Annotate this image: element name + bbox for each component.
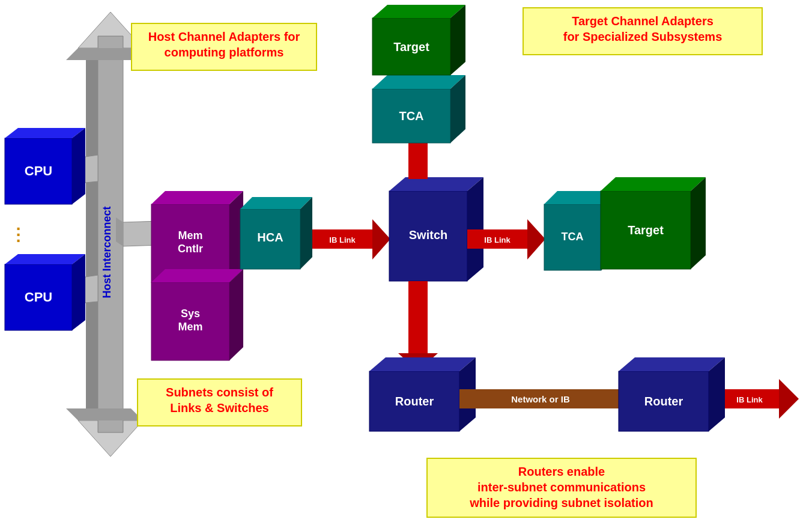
router2-block: Router — [619, 357, 725, 431]
target-top-block: Target — [372, 5, 465, 75]
switch-label: Switch — [409, 228, 447, 241]
tca-top-label: TCA — [399, 109, 423, 123]
diagram-canvas: Host Interconnect ⋮ CPU CPU — [0, 0, 812, 525]
router-annotation-text: Routers enableinter-subnet communication… — [435, 464, 688, 511]
hca-label: HCA — [257, 231, 283, 244]
network-or-ib-link: Network or IB — [459, 389, 622, 408]
mem-cntlr-label2: Cntlr — [178, 243, 203, 255]
switch-block: Switch — [389, 177, 483, 281]
svg-marker-30 — [389, 177, 483, 191]
cpu2-block: CPU — [5, 254, 85, 330]
cpu2-label: CPU — [25, 290, 52, 305]
svg-marker-41 — [527, 219, 545, 259]
svg-marker-47 — [691, 177, 706, 269]
svg-rect-48 — [408, 281, 428, 353]
ib-link-right-label: IB Link — [484, 235, 511, 244]
sys-mem-label2: Mem — [178, 321, 202, 333]
network-or-ib-label: Network or IB — [511, 394, 570, 404]
mem-cntlr-block: Mem Cntlr — [151, 191, 243, 282]
hca-block: HCA — [240, 197, 312, 269]
ib-link-router2-label: IB Link — [736, 395, 763, 404]
cpu-dots: ⋮ — [10, 225, 26, 244]
svg-marker-35 — [372, 75, 465, 89]
tca-top-block: TCA — [372, 75, 465, 143]
ib-link-router2-right: IB Link — [725, 379, 799, 419]
target-top-label: Target — [393, 40, 429, 53]
mem-cntlr-label: Mem — [178, 229, 202, 241]
svg-marker-15 — [72, 254, 85, 330]
router2-label: Router — [644, 395, 683, 408]
cpu1-label: CPU — [25, 163, 52, 178]
svg-marker-26 — [300, 197, 312, 269]
svg-marker-28 — [372, 219, 390, 259]
svg-marker-14 — [5, 254, 85, 264]
svg-marker-51 — [369, 357, 476, 371]
ib-link-top-label: IB Link — [385, 152, 394, 178]
host-interconnect-label: Host Interconnect — [101, 206, 113, 298]
svg-marker-11 — [5, 128, 85, 138]
svg-marker-19 — [151, 191, 243, 204]
router1-label: Router — [395, 395, 434, 408]
ib-link-hca-label: IB Link — [329, 235, 356, 244]
subnet-annotation-text: Subnets consist ofLinks & Switches — [145, 384, 294, 416]
cpu1-block: CPU — [5, 128, 85, 204]
target-right-block: Target — [601, 177, 706, 269]
svg-marker-38 — [372, 5, 465, 18]
ib-link-hca-switch: IB Link — [312, 219, 390, 259]
hca-annotation-text: Host Channel Adapters for computing plat… — [139, 29, 309, 60]
tca-right-label: TCA — [562, 231, 584, 243]
target-right-label: Target — [628, 223, 664, 237]
ib-link-bottom-label: IB Link — [385, 314, 394, 341]
svg-marker-17 — [116, 217, 123, 246]
svg-marker-55 — [619, 357, 725, 371]
svg-marker-31 — [467, 177, 483, 281]
svg-marker-46 — [601, 177, 706, 191]
svg-marker-5 — [66, 408, 143, 420]
svg-marker-23 — [229, 269, 243, 360]
tca-annotation: Target Channel Adaptersfor Specialized S… — [523, 7, 763, 55]
svg-marker-58 — [779, 379, 799, 419]
sys-mem-block: Sys Mem — [151, 269, 243, 360]
svg-marker-12 — [72, 128, 85, 204]
svg-marker-25 — [240, 197, 312, 209]
sys-mem-label: Sys — [181, 308, 200, 320]
svg-marker-22 — [151, 269, 243, 282]
tca-annotation-text: Target Channel Adaptersfor Specialized S… — [531, 13, 754, 44]
svg-marker-1 — [86, 36, 98, 432]
router-annotation: Routers enableinter-subnet communication… — [426, 458, 697, 518]
subnet-annotation: Subnets consist ofLinks & Switches — [137, 378, 302, 426]
hca-annotation: Host Channel Adapters for computing plat… — [131, 23, 317, 71]
